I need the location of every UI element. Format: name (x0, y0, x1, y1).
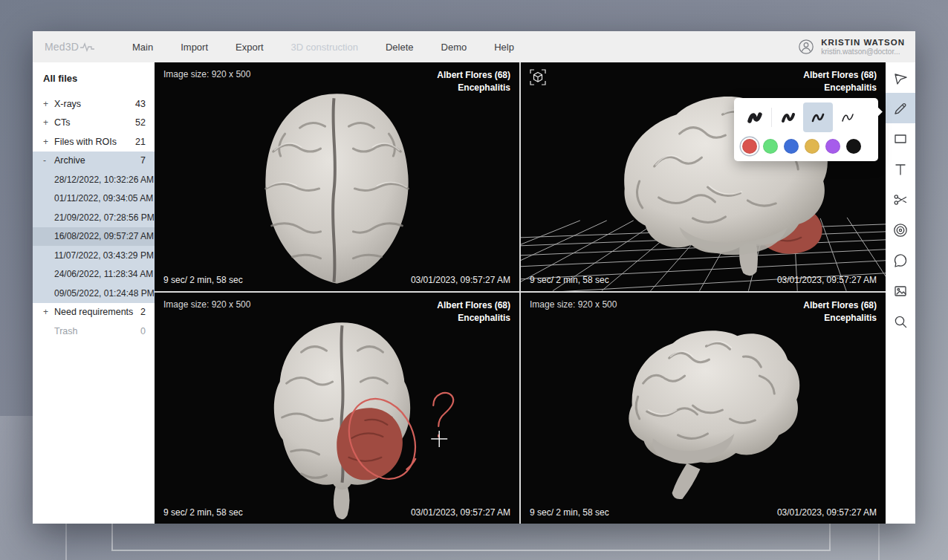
tools-toolbar (886, 62, 915, 524)
sidebar-item-trash[interactable]: Trash 0 (33, 322, 155, 341)
viewport-brain-top-view[interactable]: Image size: 920 x 500 Albert Flores (68)… (155, 62, 519, 291)
menu-item-3d-construction[interactable]: 3D construction (291, 42, 358, 53)
tool-target-button[interactable] (886, 215, 915, 245)
menu-item-main[interactable]: Main (132, 42, 153, 53)
app-window: Med3D Main Import Export 3D construction… (33, 31, 915, 524)
avatar-icon (797, 38, 815, 56)
viewport-brain-front-view-annotated[interactable]: Image size: 920 x 500 Albert Flores (68)… (155, 293, 519, 524)
brain-front-view-image (155, 293, 519, 524)
pen-color-row (740, 139, 872, 154)
user-profile[interactable]: KRISTIN WATSON kristin.watson@doctor... (797, 37, 915, 57)
menu-item-export[interactable]: Export (236, 42, 264, 53)
tool-comment-button[interactable] (886, 245, 915, 276)
menu-item-import[interactable]: Import (181, 42, 208, 53)
brush-regular-icon (808, 108, 828, 127)
archive-date-item[interactable]: 01/11/2022, 09:34:05 AM (33, 189, 155, 209)
archive-date-item[interactable]: 21/09/2022, 07:28:56 PM (33, 208, 155, 227)
menu-item-help[interactable]: Help (494, 42, 514, 53)
sidebar-item-cts[interactable]: + CTs 52 (33, 114, 155, 133)
expand-plus-icon[interactable]: + (43, 117, 54, 128)
color-swatch-black[interactable] (846, 139, 861, 154)
color-swatch-blue[interactable] (784, 139, 799, 154)
archive-date-item[interactable]: 24/06/2022, 11:28:34 AM (33, 265, 155, 284)
sidebar-item-xrays[interactable]: + X-rays 43 (33, 94, 155, 114)
waveform-icon (79, 41, 96, 53)
brain-3d-view-image (521, 62, 886, 291)
tool-pointer-button[interactable] (886, 62, 915, 93)
brush-thick-button[interactable] (740, 102, 770, 132)
brush-thin-icon (838, 108, 857, 127)
pencil-icon (892, 100, 909, 117)
app-logo: Med3D (33, 41, 113, 53)
text-icon (892, 161, 909, 178)
target-icon (892, 222, 909, 238)
crosshair-cursor (431, 431, 447, 447)
tool-pen-button[interactable] (886, 93, 915, 123)
brush-thick-icon (745, 108, 764, 127)
user-name: KRISTIN WATSON (821, 37, 905, 48)
comment-icon (892, 253, 909, 269)
count-badge: 0 (140, 326, 146, 336)
brain-side-view-image (521, 293, 886, 524)
expand-plus-icon[interactable]: + (43, 307, 54, 317)
color-swatch-green[interactable] (763, 139, 778, 154)
menu-item-demo[interactable]: Demo (441, 42, 467, 53)
image-icon (892, 283, 909, 299)
viewport-brain-3d-view[interactable]: Albert Flores (68) Encephalitis 9 sec/ 2… (521, 62, 886, 291)
pointer-icon (892, 70, 909, 86)
collapse-minus-icon[interactable]: - (43, 155, 54, 166)
tool-image-button[interactable] (886, 276, 915, 306)
color-swatch-red[interactable] (742, 139, 757, 154)
main-menu: Main Import Export 3D construction Delet… (132, 42, 514, 53)
count-badge: 2 (140, 307, 146, 317)
expand-plus-icon[interactable]: + (43, 137, 54, 147)
sidebar-item-archive[interactable]: - Archive 7 (33, 152, 155, 171)
color-swatch-yellow[interactable] (805, 139, 819, 154)
tool-text-button[interactable] (886, 154, 915, 184)
brush-medium-button[interactable] (773, 102, 803, 132)
tool-rectangle-button[interactable] (886, 123, 915, 154)
sidebar-item-need-requirements[interactable]: + Need requirements 2 (33, 303, 155, 322)
tool-scissors-button[interactable] (886, 184, 915, 215)
brush-size-row (740, 102, 872, 132)
pen-options-panel (734, 98, 878, 161)
viewport-brain-side-view[interactable]: Image size: 920 x 500 Albert Flores (68)… (521, 293, 886, 524)
archive-date-item[interactable]: 28/12/2022, 10:32:26 AM (33, 170, 155, 189)
sidebar-title: All files (33, 73, 155, 94)
search-icon (892, 313, 909, 330)
count-badge: 43 (135, 99, 146, 109)
user-email: kristin.watson@doctor... (821, 48, 905, 57)
brush-regular-button[interactable] (803, 102, 833, 132)
rectangle-icon (892, 131, 909, 147)
scissors-icon (892, 192, 909, 208)
tool-search-button[interactable] (886, 306, 915, 336)
sidebar-item-files-with-rois[interactable]: + Files with ROIs 21 (33, 132, 155, 152)
divider (771, 108, 772, 127)
archive-date-item[interactable]: 09/05/2022, 01:24:48 PM (33, 284, 155, 303)
top-navbar: Med3D Main Import Export 3D construction… (33, 31, 915, 62)
brain-top-view-image (155, 62, 519, 291)
archive-date-item[interactable]: 11/07/2022, 03:43:29 PM (33, 246, 155, 265)
color-swatch-purple[interactable] (825, 139, 840, 154)
count-badge: 21 (135, 137, 146, 147)
expand-plus-icon[interactable]: + (43, 99, 54, 109)
archive-date-item-selected[interactable]: 16/08/2022, 09:57:27 AM (33, 227, 155, 247)
archive-section: - Archive 7 28/12/2022, 10:32:26 AM 01/1… (33, 152, 155, 303)
app-logo-text: Med3D (45, 41, 79, 53)
files-sidebar: All files + X-rays 43 + CTs 52 + Files w… (33, 62, 155, 524)
count-badge: 52 (135, 117, 146, 128)
count-badge: 7 (140, 155, 146, 166)
brush-thin-button[interactable] (833, 102, 863, 132)
menu-item-delete[interactable]: Delete (386, 42, 414, 53)
brush-medium-icon (779, 108, 798, 127)
